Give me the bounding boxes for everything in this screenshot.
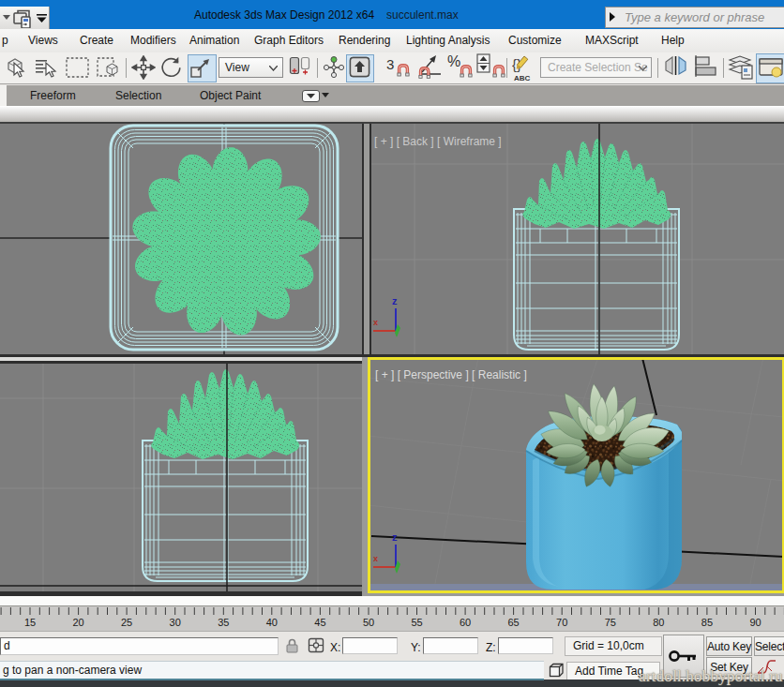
svg-text:85: 85 (701, 617, 713, 628)
svg-text:70: 70 (556, 617, 567, 628)
svg-text:80: 80 (653, 617, 664, 628)
svg-text:z: z (392, 531, 398, 543)
svg-text:25: 25 (121, 617, 132, 628)
svg-text:75: 75 (605, 617, 616, 628)
svg-text:z: z (392, 295, 398, 306)
svg-text:x: x (373, 318, 378, 327)
svg-text:%: % (447, 53, 460, 69)
svg-text:65: 65 (507, 617, 519, 628)
svg-text:50: 50 (363, 617, 374, 628)
svg-text:35: 35 (218, 617, 229, 628)
svg-text:[ + ] [ Back ] [ Wireframe ]: [ + ] [ Back ] [ Wireframe ] (374, 135, 502, 148)
svg-text:45: 45 (314, 617, 325, 628)
svg-text:ABC: ABC (514, 74, 531, 82)
svg-text:60: 60 (460, 617, 471, 628)
svg-text:90: 90 (749, 617, 761, 628)
svg-text:[ + ] [ Perspective ] [ Realis: [ + ] [ Perspective ] [ Realistic ] (375, 368, 527, 381)
svg-text:x: x (373, 554, 378, 563)
svg-text:15: 15 (24, 617, 36, 628)
svg-text:20: 20 (72, 617, 83, 628)
svg-text:55: 55 (411, 617, 422, 628)
svg-text:30: 30 (170, 617, 181, 628)
svg-text:3: 3 (386, 56, 394, 72)
svg-text:40: 40 (266, 617, 278, 628)
